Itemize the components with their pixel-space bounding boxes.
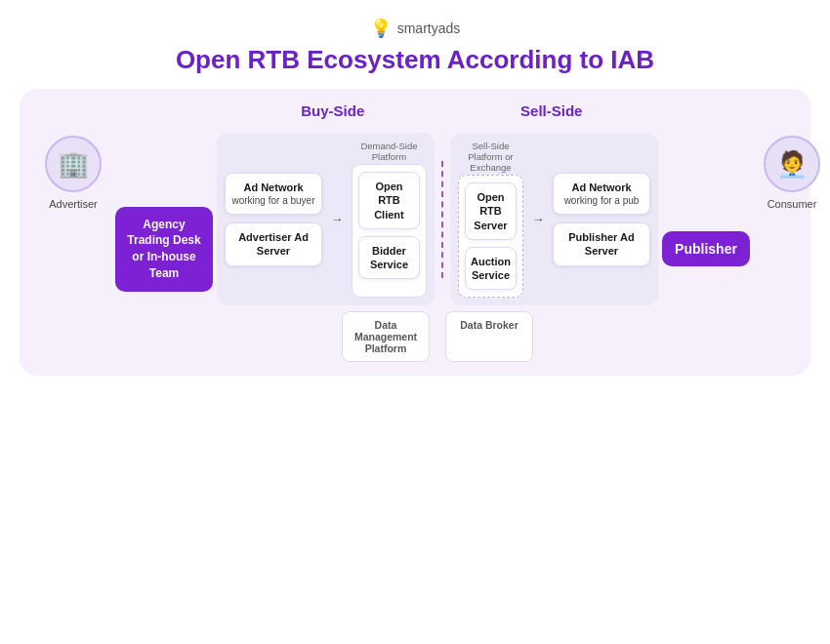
advertiser-column: 🏢 Advertiser (35, 136, 111, 210)
buy-networks-col: Ad Network working for a buyer Advertise… (225, 141, 322, 298)
bottom-spacer-2 (319, 311, 337, 362)
ad-network-buyer-title: Ad Network (230, 181, 316, 194)
sections-header: Buy-Side Sell-Side (217, 102, 658, 127)
consumer-avatar: 🧑‍💼 (764, 136, 820, 192)
bidder-service-box: Bidder Service (358, 236, 420, 280)
publisher-label: Publisher (675, 241, 737, 257)
ad-network-pub-title: Ad Network (559, 181, 644, 194)
advertiser-ad-server-title: Advertiser Ad Server (230, 230, 316, 259)
bottom-items: Data Management Platform Data Broker (217, 311, 658, 362)
buy-side-label: Buy-Side (221, 102, 444, 119)
dashed-divider (441, 161, 443, 278)
bottom-spacer-1 (217, 311, 314, 362)
logo-text: smartyads (397, 20, 461, 36)
ad-network-buyer-box: Ad Network working for a buyer (225, 173, 322, 215)
advertiser-label: Advertiser (49, 198, 98, 210)
buy-arrow-1: → (328, 141, 346, 298)
ssp-panel: Open RTB Server Auction Service (458, 175, 523, 298)
center-region: Buy-Side Sell-Side Ad Network working fo… (217, 102, 658, 362)
publisher-ad-server-title: Publisher Ad Server (559, 230, 644, 259)
publisher-box: Publisher (662, 231, 750, 266)
open-rtb-client-box: Open RTB Client (358, 172, 420, 229)
consumer-column: 🧑‍💼 Consumer (754, 136, 830, 210)
dsp-label: Demand-Side Platform (352, 141, 427, 162)
page: 💡 smartyads Open RTB Ecosystem According… (0, 0, 830, 644)
advertiser-avatar: 🏢 (45, 136, 102, 192)
data-broker-label: Data Broker (460, 319, 519, 331)
agency-label: Agency Trading Desk or In-house Team (123, 217, 205, 282)
logo-area: 💡 smartyads (370, 18, 461, 39)
agency-box: Agency Trading Desk or In-house Team (115, 207, 213, 292)
open-rtb-client-title: Open RTB Client (364, 180, 414, 221)
open-rtb-server-title: Open RTB Server (471, 190, 511, 232)
sell-region: Sell-Side Platform or Exchange Open RTB … (450, 133, 658, 305)
auction-service-title: Auction Service (471, 255, 511, 283)
bottom-spacer-3 (435, 311, 440, 362)
ad-network-pub-box: Ad Network working for a pub (553, 173, 650, 215)
publisher-ad-server-box: Publisher Ad Server (553, 222, 650, 266)
divider (439, 133, 445, 305)
sell-networks-col: Ad Network working for a pub Publisher A… (553, 141, 650, 298)
ad-network-buyer-sub: working for a buyer (230, 194, 316, 207)
dmp-box: Data Management Platform (342, 311, 430, 362)
diagram-card: 🏢 Advertiser Agency Trading Desk or In-h… (20, 89, 810, 376)
buy-region: Ad Network working for a buyer Advertise… (217, 133, 435, 305)
sell-side-label: Sell-Side (444, 102, 658, 119)
consumer-label: Consumer (768, 198, 817, 210)
bottom-spacer-4 (538, 311, 556, 362)
ssp-label: Sell-Side Platform or Exchange (458, 141, 523, 173)
ad-network-pub-sub: working for a pub (559, 194, 644, 207)
page-title: Open RTB Ecosystem According to IAB (176, 45, 654, 75)
bottom-spacer-5 (560, 311, 658, 362)
dsp-panel: Open RTB Client Bidder Service (352, 164, 427, 298)
dsp-col: Demand-Side Platform Open RTB Client Bid… (352, 141, 427, 298)
sell-arrow-1: → (529, 141, 547, 298)
logo-icon: 💡 (370, 18, 392, 39)
open-rtb-server-box: Open RTB Server (465, 182, 517, 240)
data-broker-box: Data Broker (445, 311, 533, 362)
sections-body: Ad Network working for a buyer Advertise… (217, 133, 658, 305)
auction-service-box: Auction Service (465, 247, 517, 291)
bidder-service-title: Bidder Service (364, 244, 414, 272)
dmp-label: Data Management Platform (354, 319, 417, 354)
ssp-col: Sell-Side Platform or Exchange Open RTB … (458, 141, 523, 298)
advertiser-ad-server-box: Advertiser Ad Server (225, 222, 322, 266)
diagram-layout: 🏢 Advertiser Agency Trading Desk or In-h… (35, 102, 795, 362)
